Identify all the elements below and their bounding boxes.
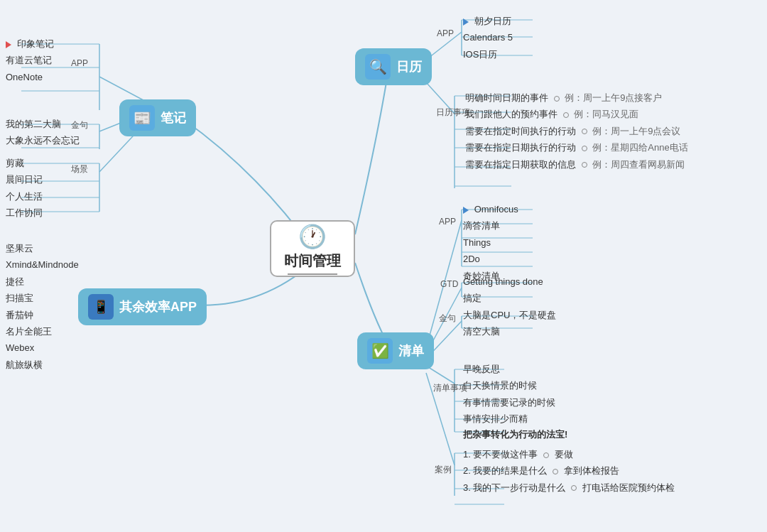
note-app-3: OneNote [6,69,54,85]
other-app-5: 番茄钟 [6,307,79,323]
gtd-list: Getting things done 搞定 [463,273,543,307]
cal-branch: 🔍 日历 [355,48,432,85]
note-motto-2: 大象永远不会忘记 [6,132,80,148]
other-app-7: Webex [6,340,79,356]
other-apps-list: 坚果云 Xmind&Mindnode 捷径 扫描宝 番茄钟 名片全能王 Webe… [6,240,79,373]
check-app-omni: Omnifocus [463,201,518,217]
bullet-3 [582,129,587,134]
center-icon: 🕐 [298,223,327,250]
note-app-2: 有道云笔记 [6,52,54,68]
case-2: 2. 我要的结果是什么 拿到体检报告 [463,462,675,479]
note-apps-list: 印象笔记 有道云笔记 OneNote [6,36,54,85]
other-app-3: 捷径 [6,273,79,290]
case-bullet-3 [571,485,577,491]
bullet-2 [563,112,569,118]
bullet-5 [582,162,587,168]
triangle-icon-check [463,207,469,214]
cal-app-3: IOS日历 [463,46,513,63]
cal-app-1: 朝夕日历 [463,13,513,29]
center-node: 🕐 时间管理 [270,220,355,277]
note-motto-list: 我的第二大脑 大象永远不会忘记 [6,116,80,149]
check-label: 清单 [398,342,424,359]
list-item-4: 事情安排少而精 [463,411,555,427]
check-motto-list: 大脑是CPU，不是硬盘 清空大脑 [463,307,556,340]
note-scenes-list: 剪藏 晨间日记 个人生活 工作协同 [6,155,43,222]
cal-label: 日历 [396,58,422,75]
cal-app-2: Calendars 5 [463,29,513,45]
case-bullet-1 [543,452,549,458]
cal-event-3: 需要在指定时间执行的行动 例：周一上午9点会议 [465,123,688,139]
cal-event-4: 需要在指定日期执行的行动 例：星期四给Anne电话 [465,139,688,156]
other-icon: 📱 [88,294,114,320]
cal-events-list: 明确时间日期的事件 例：周一上午9点接客户 我们跟他人的预约事件 例：同马汉见面… [465,89,688,173]
motto-item-2: 清空大脑 [463,323,556,340]
note-motto-1: 我的第二大脑 [6,116,80,132]
motto-item-1: 大脑是CPU，不是硬盘 [463,307,556,323]
triangle-icon-1 [6,41,11,48]
list-item-1: 早晚反思 [463,361,555,377]
check-app-1: 滴答清单 [463,217,518,234]
other-app-6: 名片全能王 [6,323,79,340]
note-scene-4: 工作协同 [6,205,43,221]
case-3: 3. 我的下一步行动是什么 打电话给医院预约体检 [463,479,675,496]
triangle-icon-cal [463,18,469,26]
other-app-1: 坚果云 [6,240,79,256]
gtd-item-2: 搞定 [463,290,543,306]
other-branch-node: 📱 其余效率APP [78,288,207,325]
cal-apps-list: 朝夕日历 Calendars 5 IOS日历 [463,13,513,63]
note-label: 笔记 [161,109,186,126]
check-apps-list: Omnifocus 滴答清单 Things 2Do 奇妙清单 [463,201,518,284]
check-icon: ✅ [367,338,393,364]
note-branch: 📰 笔记 [119,99,196,136]
cal-event-2: 我们跟他人的预约事件 例：同马汉见面 [465,106,688,122]
bullet-4 [582,146,587,151]
cal-branch-node: 🔍 日历 [355,48,432,85]
note-scene-2: 晨间日记 [6,171,43,188]
cal-event-1: 明确时间日期的事件 例：周一上午9点接客户 [465,89,688,106]
note-app-section: APP [71,58,88,68]
check-branch: ✅ 清单 [357,332,434,369]
list-item-2: 白天换情景的时候 [463,377,555,393]
list-items-list: 早晚反思 白天换情景的时候 有事情需要记录的时候 事情安排少而精 [463,361,555,428]
list-item-3: 有事情需要记录的时候 [463,394,555,411]
note-icon: 📰 [129,105,155,131]
mindmap-container: 🕐 时间管理 📰 笔记 APP 印象笔记 有道云笔记 OneNote 金句 我的… [0,0,767,532]
check-app-things: Things [463,234,518,251]
case-bullet-2 [553,469,558,474]
other-app-8: 航旅纵横 [6,357,79,373]
center-underline [288,273,337,275]
case-1: 1. 要不要做这件事 要做 [463,446,675,462]
center-label: 时间管理 [284,251,341,271]
cases-list: 1. 要不要做这件事 要做 2. 我要的结果是什么 拿到体检报告 3. 我的下一… [463,446,675,496]
note-scene-3: 个人生活 [6,188,43,205]
cal-event-5: 需要在指定日期获取的信息 例：周四查看网易新闻 [465,156,688,173]
gtd-item-1: Getting things done [463,273,543,290]
other-app-2: Xmind&Mindnode [6,256,79,273]
note-app-1: 印象笔记 [6,36,54,52]
bullet-1 [554,96,560,102]
check-app-2: 2Do [463,251,518,267]
note-branch-node: 📰 笔记 [119,99,196,136]
key-text: 把杂事转化为行动的法宝! [463,426,567,443]
other-app-4: 扫描宝 [6,290,79,306]
other-branch: 📱 其余效率APP [78,288,207,325]
note-scene-1: 剪藏 [6,155,43,171]
key-text-label: 把杂事转化为行动的法宝! [463,426,567,443]
check-branch-node: ✅ 清单 [357,332,434,369]
cal-icon: 🔍 [365,54,391,80]
other-label: 其余效率APP [119,298,197,315]
